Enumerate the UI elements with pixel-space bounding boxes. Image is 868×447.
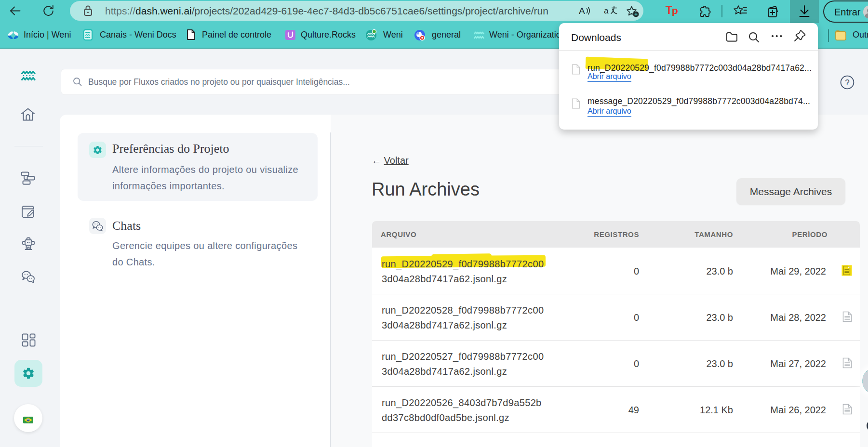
svg-text:a: a <box>604 6 609 15</box>
svg-text:?: ? <box>845 78 849 87</box>
svg-text:A: A <box>579 6 585 16</box>
